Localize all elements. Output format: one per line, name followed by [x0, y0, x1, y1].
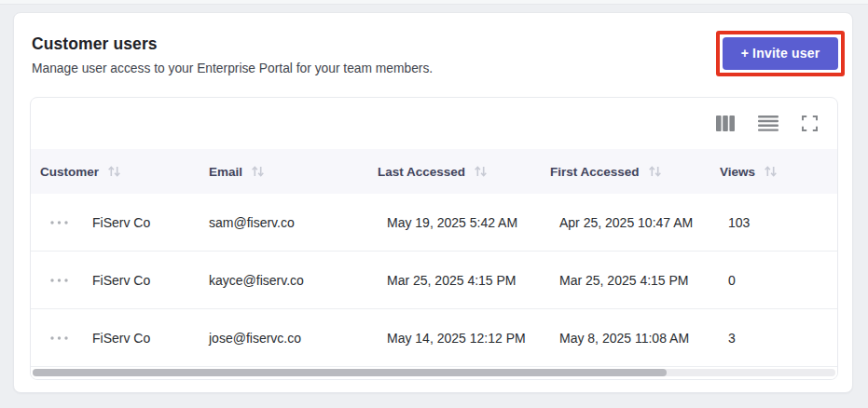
density-icon	[758, 116, 778, 131]
column-header-label: Views	[720, 165, 755, 179]
table-toolbar	[31, 98, 837, 149]
ellipsis-icon	[50, 279, 68, 282]
sort-arrows-icon[interactable]	[474, 165, 488, 178]
column-header-label: First Accessed	[550, 165, 640, 179]
table-row: FiServ Co kayce@fiserv.co Mar 25, 2025 4…	[31, 252, 837, 309]
cell-views: 103	[710, 215, 837, 230]
column-header-views[interactable]: Views	[710, 165, 837, 179]
table-header-row: Customer Email Last Accessed	[31, 149, 837, 194]
page-title: Customer users	[32, 34, 834, 54]
ellipsis-icon	[50, 221, 68, 224]
cell-customer: FiServ Co	[92, 215, 209, 230]
row-actions-menu-button[interactable]	[47, 217, 72, 228]
cell-email: sam@fiserv.co	[209, 215, 378, 230]
cell-last-accessed: May 19, 2025 5:42 AM	[378, 215, 550, 230]
column-header-label: Email	[209, 165, 242, 179]
cell-customer: FiServ Co	[92, 331, 209, 346]
fullscreen-icon	[802, 116, 818, 131]
h-scrollbar-track[interactable]	[33, 369, 835, 376]
toggle-density-button[interactable]	[756, 114, 780, 133]
cell-email: kayce@fiserv.co	[209, 273, 378, 288]
h-scrollbar-thumb[interactable]	[33, 369, 667, 376]
cell-last-accessed: Mar 25, 2025 4:15 PM	[378, 273, 550, 288]
column-header-first-accessed[interactable]: First Accessed	[550, 165, 710, 179]
show-hide-columns-button[interactable]	[714, 114, 737, 133]
sort-arrows-icon[interactable]	[648, 165, 662, 178]
ellipsis-icon	[50, 336, 68, 340]
cell-first-accessed: Apr 25, 2025 10:47 AM	[550, 215, 710, 230]
fullscreen-button[interactable]	[800, 114, 820, 133]
cell-first-accessed: Mar 25, 2025 4:15 PM	[550, 273, 710, 288]
invite-user-button[interactable]: + Invite user	[723, 37, 838, 70]
table-row: FiServ Co sam@fiserv.co May 19, 2025 5:4…	[31, 194, 837, 252]
table-row: FiServ Co jose@fiservc.co May 14, 2025 1…	[31, 309, 837, 367]
sort-arrows-icon[interactable]	[107, 165, 121, 178]
table-panel: Customer Email Last Accessed	[30, 97, 838, 380]
page-subtitle: Manage user access to your Enterprise Po…	[32, 61, 834, 75]
sort-arrows-icon[interactable]	[251, 165, 265, 178]
annotation-highlight-box: + Invite user	[716, 31, 845, 76]
cell-first-accessed: May 8, 2025 11:08 AM	[550, 331, 710, 346]
columns-icon	[716, 116, 735, 131]
cell-views: 3	[710, 331, 837, 346]
column-header-label: Last Accessed	[378, 165, 465, 179]
customer-users-card: Customer users Manage user access to you…	[13, 12, 853, 393]
cell-views: 0	[710, 273, 837, 288]
card-header: Customer users Manage user access to you…	[14, 13, 852, 75]
horizontal-scrollbar	[31, 367, 837, 379]
row-actions-menu-button[interactable]	[47, 333, 72, 344]
column-header-customer[interactable]: Customer	[31, 165, 209, 179]
cell-last-accessed: May 14, 2025 12:12 PM	[378, 331, 550, 346]
column-header-email[interactable]: Email	[209, 165, 378, 179]
sort-arrows-icon[interactable]	[764, 165, 778, 178]
previous-card-bottom-edge	[0, 0, 868, 5]
row-actions-menu-button[interactable]	[47, 275, 72, 286]
column-header-label: Customer	[40, 165, 99, 179]
column-header-last-accessed[interactable]: Last Accessed	[378, 165, 550, 179]
cell-customer: FiServ Co	[92, 273, 209, 288]
cell-email: jose@fiservc.co	[209, 331, 378, 346]
